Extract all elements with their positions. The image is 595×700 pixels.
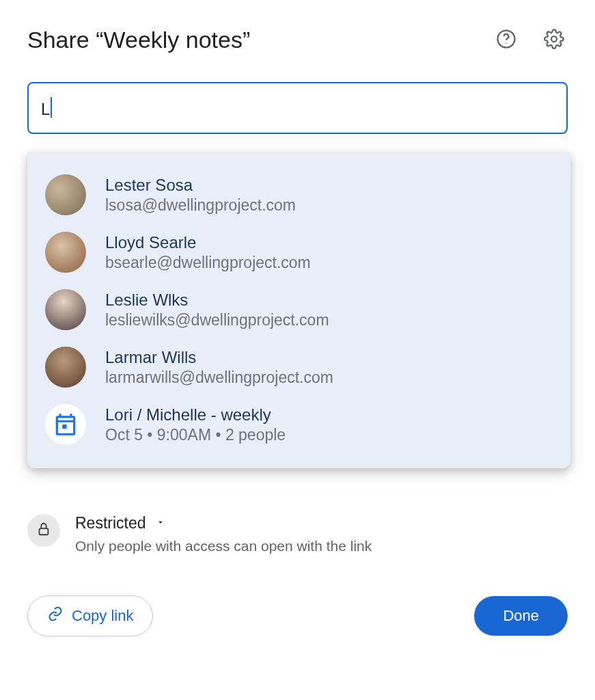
suggestion-text: Larmar Willslarmarwills@dwellingproject.… [105,348,333,387]
avatar [45,289,86,330]
copy-link-button[interactable]: Copy link [27,595,153,636]
dialog-title: Share “Weekly notes” [27,27,250,53]
link-icon [47,606,64,626]
access-label: Restricted [75,514,146,533]
access-selector[interactable]: Restricted [75,514,372,533]
suggestion-detail: larmarwills@dwellingproject.com [105,368,333,387]
copy-link-label: Copy link [72,607,133,625]
text-caret [51,97,52,118]
suggestion-text: Lloyd Searlebsearle@dwellingproject.com [105,233,311,272]
suggestion-item[interactable]: Larmar Willslarmarwills@dwellingproject.… [27,338,570,396]
suggestion-text: Lester Sosalsosa@dwellingproject.com [105,176,296,215]
suggestion-dropdown: Lester Sosalsosa@dwellingproject.comLloy… [27,152,570,468]
chevron-down-icon [156,517,165,530]
avatar [45,232,86,273]
lock-icon [36,522,51,539]
suggestion-name: Larmar Wills [105,348,333,367]
suggestion-name: Lester Sosa [105,176,296,195]
suggestion-detail: bsearle@dwellingproject.com [105,254,311,272]
suggestion-name: Leslie Wlks [105,291,329,310]
suggestion-text: Leslie Wlkslesliewilks@dwellingproject.c… [105,291,329,329]
help-button[interactable] [493,26,520,53]
calendar-icon [45,404,86,445]
done-label: Done [503,607,539,624]
search-input-value: L [41,100,50,118]
share-dialog: Share “Weekly notes” [0,0,595,664]
suggestion-item[interactable]: Lloyd Searlebsearle@dwellingproject.com [27,224,570,281]
done-button[interactable]: Done [474,596,568,636]
suggestion-name: Lori / Michelle - weekly [105,405,286,425]
help-icon [496,29,516,51]
suggestion-detail: lsosa@dwellingproject.com [105,196,296,215]
dialog-header: Share “Weekly notes” [27,26,568,53]
people-search-input[interactable]: L [27,82,568,134]
access-description: Only people with access can open with th… [75,538,372,554]
suggestion-detail: lesliewilks@dwellingproject.com [105,311,329,329]
settings-button[interactable] [540,26,568,53]
gear-icon [544,29,564,51]
suggestion-detail: Oct 5 • 9:00AM • 2 people [105,426,286,444]
general-access-row: Restricted Only people with access can o… [27,514,568,554]
suggestion-item[interactable]: Leslie Wlkslesliewilks@dwellingproject.c… [27,281,570,338]
dialog-footer: Copy link Done [27,595,568,636]
svg-point-1 [506,42,507,44]
suggestion-item[interactable]: Lori / Michelle - weeklyOct 5 • 9:00AM •… [27,396,570,453]
avatar [45,174,86,215]
access-text: Restricted Only people with access can o… [75,514,372,554]
lock-badge [27,514,60,547]
svg-point-2 [551,36,557,42]
suggestion-name: Lloyd Searle [105,233,311,252]
avatar [45,347,86,388]
suggestion-item[interactable]: Lester Sosalsosa@dwellingproject.com [27,166,570,224]
suggestion-text: Lori / Michelle - weeklyOct 5 • 9:00AM •… [105,405,286,444]
header-actions [493,26,568,53]
svg-rect-3 [40,528,49,535]
